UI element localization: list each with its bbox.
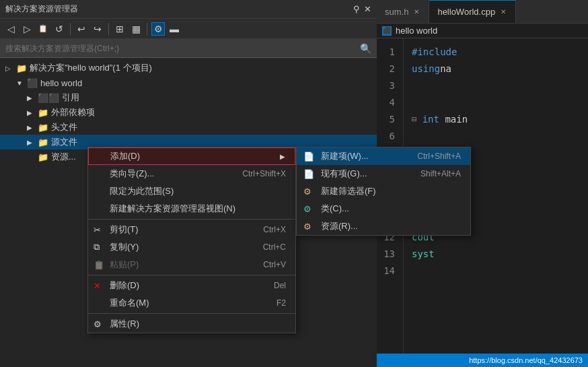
- new-view-label: 新建解决方案资源管理器视图(N): [110, 203, 235, 215]
- new-item-label: 新建项(W)...: [321, 150, 369, 162]
- hw-icon: ⬛: [382, 26, 392, 36]
- menu-item-paste[interactable]: 📋 粘贴(P) Ctrl+V: [88, 256, 295, 273]
- code-line-6: [412, 128, 588, 145]
- submenu-item-new-filter[interactable]: ⚙ 新建筛选器(F): [297, 182, 470, 200]
- tab-hello-world-cpp[interactable]: helloWorld.cpp ✕: [429, 0, 516, 23]
- tab-sum-h[interactable]: sum.h ✕: [377, 0, 429, 23]
- code-line-14: [412, 263, 588, 279]
- res-label: 资源...: [51, 151, 76, 163]
- code-line-3: [412, 77, 588, 94]
- code-line-1: #include: [412, 44, 588, 61]
- cut-label: 剪切(T): [110, 224, 139, 236]
- tab-sum-h-close[interactable]: ✕: [412, 7, 420, 16]
- close-icon[interactable]: ✕: [364, 4, 371, 14]
- settings-icon[interactable]: ⚙: [151, 22, 165, 36]
- sep-3: [88, 313, 295, 314]
- pin-icon[interactable]: ⚲: [353, 4, 360, 14]
- class-wizard-shortcut: Ctrl+Shift+X: [229, 169, 286, 178]
- hello-world-subtab[interactable]: ⬛ hello world: [377, 24, 588, 38]
- hdr-icon: 📁: [38, 123, 48, 133]
- sep-1: [88, 219, 295, 220]
- new-file-icon: 📄: [303, 152, 314, 162]
- hw-label: hello world: [396, 26, 437, 36]
- redo-icon[interactable]: ↪: [91, 22, 104, 36]
- submenu-item-resource[interactable]: ⚙ 资源(R)...: [297, 218, 470, 235]
- solution-icon: 📁: [16, 63, 27, 73]
- class-label: 类(C)...: [321, 203, 349, 215]
- existing-item-shortcut: Shift+Alt+A: [407, 169, 461, 178]
- hdr-label: 头文件: [51, 121, 77, 133]
- ln-2: 2: [382, 61, 395, 77]
- view-icon[interactable]: ▦: [129, 22, 143, 36]
- project-icon: ⬛: [27, 78, 38, 88]
- filter-icon: ⚙: [303, 187, 311, 197]
- src-icon: 📁: [38, 137, 48, 147]
- undo-icon[interactable]: ↩: [75, 22, 88, 36]
- search-icon[interactable]: 🔍: [360, 43, 371, 54]
- delete-label: 删除(D): [110, 279, 139, 292]
- properties-icon2: ⚙: [94, 319, 102, 329]
- ext-arrow: ▶: [27, 109, 38, 116]
- forward-icon[interactable]: ▷: [20, 22, 34, 36]
- tree-headers[interactable]: ▶ 📁 头文件: [0, 120, 377, 135]
- status-bar: https://blog.csdn.net/qq_42432673: [377, 354, 588, 367]
- sep-2: [88, 275, 295, 275]
- menu-item-cut[interactable]: ✂ 剪切(T) Ctrl+X: [88, 221, 295, 238]
- ln-4: 4: [382, 94, 395, 111]
- tree-references[interactable]: ▶ ⬛⬛ 引用: [0, 90, 377, 105]
- ln-5: 5: [382, 111, 395, 128]
- menu-item-properties[interactable]: ⚙ 属性(R): [88, 315, 295, 333]
- menu-item-rename[interactable]: 重命名(M) F2: [88, 294, 295, 312]
- paste-shortcut: Ctrl+V: [250, 260, 286, 269]
- rename-label: 重命名(M): [110, 297, 149, 309]
- tab-hello-world-cpp-close[interactable]: ✕: [499, 7, 507, 16]
- sep1: [70, 23, 71, 35]
- delete-icon: ✕: [94, 281, 101, 291]
- copy-shortcut: Ctrl+C: [250, 242, 286, 252]
- code-line-4: [412, 94, 588, 111]
- submenu-item-existing[interactable]: 📄 现有项(G)... Shift+Alt+A: [297, 165, 470, 182]
- cut-shortcut: Ctrl+X: [250, 225, 286, 234]
- copy-label: 复制(Y): [110, 241, 139, 253]
- panel-title: 解决方案资源管理器: [5, 3, 78, 15]
- new-item-shortcut: Ctrl+Shift+A: [404, 152, 461, 161]
- code-line-2: using na: [412, 61, 588, 77]
- ref-label: 引用: [62, 92, 79, 104]
- res-icon: 📁: [38, 152, 48, 162]
- menu-item-delete[interactable]: ✕ 删除(D) Del: [88, 277, 295, 294]
- tree-external-deps[interactable]: ▶ 📁 外部依赖项: [0, 105, 377, 120]
- menu-item-class-wizard[interactable]: 类向导(Z)... Ctrl+Shift+X: [88, 165, 295, 182]
- ext-label: 外部依赖项: [51, 106, 95, 119]
- submenu-item-new[interactable]: 📄 新建项(W)... Ctrl+Shift+A: [297, 147, 470, 165]
- refresh-icon[interactable]: ↺: [52, 22, 66, 36]
- ln-3: 3: [382, 77, 395, 94]
- submenu-add[interactable]: 📄 新建项(W)... Ctrl+Shift+A 📄 现有项(G)... Shi…: [296, 147, 471, 236]
- back-icon[interactable]: ◁: [4, 22, 17, 36]
- sep2: [108, 23, 109, 35]
- title-icons: ⚲ ✕: [353, 4, 371, 14]
- copy-icon2: ⧉: [94, 242, 100, 253]
- menu-item-scope[interactable]: 限定为此范围(S): [88, 182, 295, 200]
- properties-icon[interactable]: 📋: [36, 22, 50, 36]
- sep3: [147, 23, 147, 35]
- tab-hello-world-cpp-label: helloWorld.cpp: [437, 7, 495, 17]
- ln-14: 14: [382, 263, 395, 279]
- context-menu[interactable]: 添加(D) ▶ 类向导(Z)... Ctrl+Shift+X 限定为此范围(S)…: [87, 147, 296, 333]
- menu-item-add[interactable]: 添加(D) ▶: [88, 147, 295, 165]
- tabs-bar: sum.h ✕ helloWorld.cpp ✕: [377, 0, 588, 24]
- solution-root[interactable]: ▷ 📁 解决方案"hello world"(1 个项目): [0, 61, 377, 75]
- project-node[interactable]: ▼ ⬛ hello world: [0, 75, 377, 90]
- delete-shortcut: Del: [260, 281, 286, 290]
- ln-6: 6: [382, 128, 395, 145]
- menu-item-new-view[interactable]: 新建解决方案资源管理器视图(N): [88, 200, 295, 218]
- copy-icon[interactable]: ⊞: [113, 22, 126, 36]
- menu-item-copy[interactable]: ⧉ 复制(Y) Ctrl+C: [88, 238, 295, 256]
- cut-icon: ✂: [94, 225, 101, 235]
- extra-icon[interactable]: ▬: [168, 22, 181, 36]
- code-line-13: syst: [412, 246, 588, 263]
- ln-13: 13: [382, 246, 395, 263]
- submenu-item-class[interactable]: ⚙ 类(C)...: [297, 200, 470, 218]
- search-input[interactable]: [5, 44, 356, 53]
- code-line-5: ⊟ int main: [412, 111, 588, 128]
- src-arrow: ▶: [27, 139, 38, 146]
